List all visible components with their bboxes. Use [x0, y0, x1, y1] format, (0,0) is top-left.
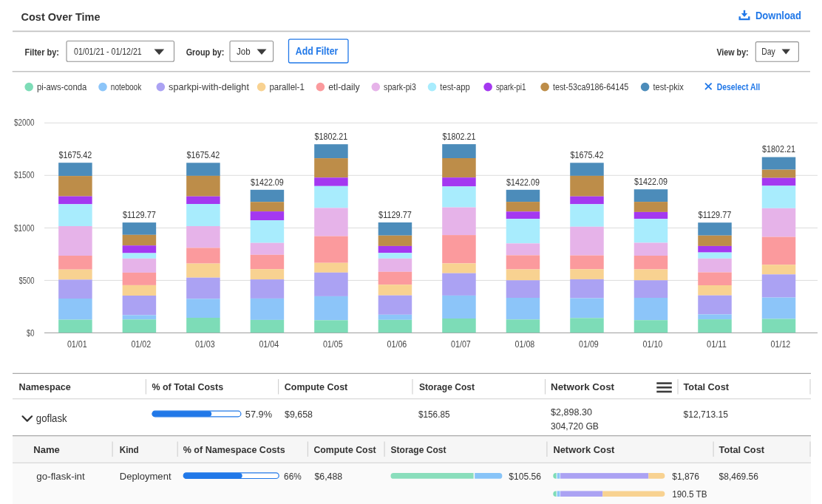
svg-text:test-pkix: test-pkix [653, 82, 684, 92]
svg-text:Job: Job [237, 46, 251, 57]
svg-text:Storage Cost: Storage Cost [419, 381, 475, 392]
svg-text:66%: 66% [284, 471, 302, 482]
svg-text:test-53ca9186-64145: test-53ca9186-64145 [553, 82, 628, 92]
svg-text:etl-daily: etl-daily [328, 82, 360, 92]
svg-text:$2,898.30: $2,898.30 [551, 406, 592, 418]
svg-text:Deployment: Deployment [120, 471, 171, 482]
svg-text:$1129.77: $1129.77 [378, 210, 412, 220]
svg-text:spark-pi3: spark-pi3 [384, 82, 416, 92]
svg-text:Network Cost: Network Cost [551, 381, 614, 392]
svg-text:$2000: $2000 [14, 118, 35, 128]
svg-text:304,720 GB: 304,720 GB [551, 420, 599, 432]
svg-text:Name: Name [33, 444, 60, 455]
svg-text:$1000: $1000 [14, 223, 35, 234]
svg-text:01/01: 01/01 [67, 339, 87, 350]
svg-text:$6,488: $6,488 [314, 471, 342, 482]
svg-text:$1422.09: $1422.09 [251, 177, 284, 188]
svg-text:01/12: 01/12 [771, 339, 791, 350]
svg-text:Day: Day [761, 46, 775, 57]
svg-text:57.9%: 57.9% [245, 409, 272, 420]
svg-text:% of Total Costs: % of Total Costs [152, 381, 223, 392]
svg-text:$1802.21: $1802.21 [315, 132, 348, 142]
svg-text:pi-aws-conda: pi-aws-conda [37, 82, 86, 92]
svg-text:$1500: $1500 [14, 170, 35, 180]
svg-text:$1422.09: $1422.09 [634, 177, 668, 187]
svg-text:$1675.42: $1675.42 [187, 150, 220, 160]
svg-text:$105.56: $105.56 [509, 471, 541, 482]
svg-text:Cost Over Time: Cost Over Time [21, 10, 101, 23]
svg-text:spark-pi1: spark-pi1 [496, 82, 526, 92]
svg-text:01/02: 01/02 [131, 339, 151, 350]
svg-text:01/03: 01/03 [195, 339, 215, 350]
svg-text:% of Namespace Costs: % of Namespace Costs [183, 444, 285, 455]
svg-text:01/01/21 - 01/12/21: 01/01/21 - 01/12/21 [74, 46, 142, 57]
svg-text:$1675.42: $1675.42 [59, 150, 92, 160]
svg-text:sparkpi-with-delight: sparkpi-with-delight [169, 82, 249, 92]
svg-text:Group by:: Group by: [186, 47, 225, 58]
svg-text:$1802.21: $1802.21 [762, 144, 795, 154]
svg-text:$1129.77: $1129.77 [699, 210, 732, 220]
svg-text:goflask: goflask [36, 412, 68, 424]
svg-text:01/06: 01/06 [387, 339, 407, 350]
svg-text:$500: $500 [19, 276, 35, 286]
svg-text:$1,876: $1,876 [672, 471, 699, 482]
svg-text:$1675.42: $1675.42 [571, 150, 604, 160]
svg-text:test-app: test-app [440, 82, 470, 92]
svg-text:Kind: Kind [120, 444, 139, 455]
svg-text:$156.85: $156.85 [418, 409, 450, 420]
svg-text:$1422.09: $1422.09 [506, 177, 540, 188]
svg-text:Compute Cost: Compute Cost [313, 444, 376, 455]
svg-text:View by:: View by: [716, 47, 748, 58]
svg-text:Compute Cost: Compute Cost [285, 381, 348, 392]
svg-text:01/10: 01/10 [643, 339, 663, 350]
svg-text:01/09: 01/09 [579, 339, 599, 350]
svg-text:Download: Download [755, 10, 801, 21]
svg-text:Network Cost: Network Cost [553, 444, 614, 455]
svg-text:notebook: notebook [111, 82, 142, 92]
svg-text:Total Cost: Total Cost [719, 444, 765, 455]
svg-text:$1129.77: $1129.77 [123, 210, 156, 220]
svg-text:190.5 TB: 190.5 TB [672, 488, 707, 500]
svg-text:$8,469.56: $8,469.56 [719, 471, 758, 482]
svg-text:Namespace: Namespace [19, 381, 72, 392]
svg-text:parallel-1: parallel-1 [269, 82, 305, 92]
svg-text:Total Cost: Total Cost [684, 381, 730, 392]
svg-text:01/04: 01/04 [259, 339, 279, 350]
svg-text:$0: $0 [27, 328, 35, 338]
svg-text:Add Filter: Add Filter [296, 45, 339, 57]
svg-text:$9,658: $9,658 [285, 409, 313, 420]
svg-text:$12,713.15: $12,713.15 [684, 409, 729, 420]
svg-text:go-flask-int: go-flask-int [36, 471, 85, 482]
svg-text:01/08: 01/08 [515, 339, 535, 350]
svg-text:Filter by:: Filter by: [25, 47, 59, 58]
svg-text:Storage Cost: Storage Cost [391, 444, 446, 455]
svg-text:01/05: 01/05 [323, 339, 343, 350]
svg-text:01/07: 01/07 [451, 339, 471, 350]
svg-text:Deselect All: Deselect All [717, 81, 760, 92]
svg-text:$1802.21: $1802.21 [443, 132, 476, 142]
svg-text:01/11: 01/11 [707, 339, 727, 350]
